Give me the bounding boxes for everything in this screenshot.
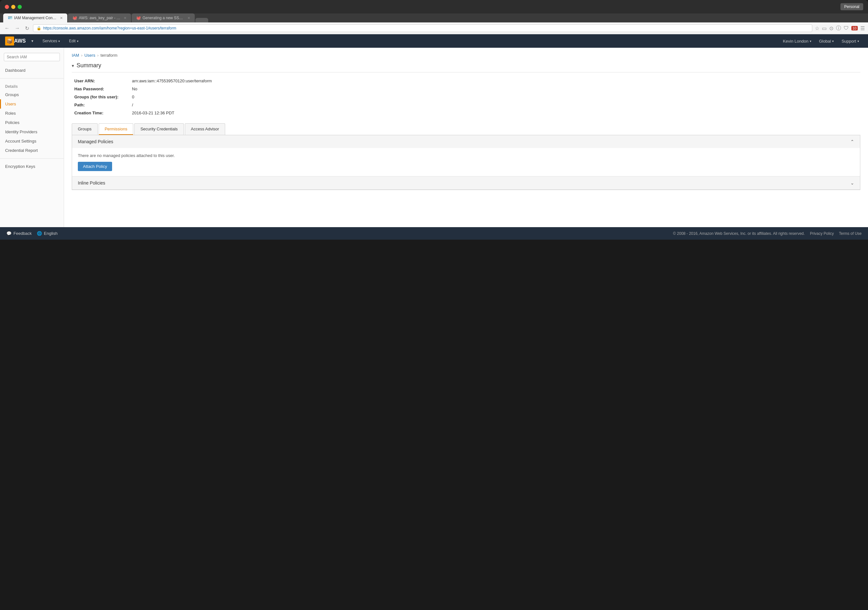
browser-tab-terraform[interactable]: 🐙 AWS: aws_key_pair - Terra… ✕	[68, 14, 131, 22]
toolbar-icons: ☆ ▭ ⊙ ⓘ 🛡 10 ☰	[815, 25, 865, 32]
sidebar: Dashboard Details Groups Users Roles Pol…	[0, 48, 64, 227]
sidebar-section-details: Details	[0, 82, 64, 90]
browser-tab-empty[interactable]	[195, 18, 208, 22]
managed-policies-title: Managed Policies	[78, 139, 113, 144]
ssh-favicon: 🐙	[136, 16, 141, 20]
footer: 💬 Feedback 🌐 English © 2008 - 2016, Amaz…	[0, 227, 868, 240]
https-lock-icon: 🔒	[37, 26, 41, 30]
summary-label-groups: Groups (for this user):	[72, 93, 129, 101]
services-caret: ▾	[58, 39, 60, 43]
summary-row-password: Has Password: No	[72, 85, 860, 93]
browser-tab-iam[interactable]: 🪪 IAM Management Console ✕	[3, 14, 67, 22]
feedback-label: Feedback	[14, 231, 32, 236]
summary-label-arn: User ARN:	[72, 77, 129, 85]
sidebar-item-policies[interactable]: Policies	[0, 118, 64, 127]
footer-right: © 2008 - 2016, Amazon Web Services, Inc.…	[673, 231, 862, 236]
nav-support[interactable]: Support ▾	[838, 34, 863, 48]
search-input[interactable]	[4, 53, 60, 61]
browser-tab-ssh[interactable]: 🐙 Generating a new SSH ke… ✕	[132, 14, 195, 22]
aws-account-dropdown[interactable]: ▾	[27, 34, 38, 48]
tab-access-advisor[interactable]: Access Advisor	[185, 123, 225, 135]
summary-table: User ARN: arn:aws:iam::475539570120:user…	[72, 77, 860, 117]
content-area: IAM › Users › terraform ▾ Summary User A…	[64, 48, 868, 227]
aws-nav: 📦 AWS ▾ Services ▾ Edit ▾ Kevin London ▾…	[0, 34, 868, 48]
managed-policies-toggle[interactable]: ⌃	[850, 139, 854, 144]
summary-value-creation: 2016-03-21 12:36 PDT	[129, 109, 860, 117]
search-container	[4, 53, 60, 61]
sidebar-item-identity-providers[interactable]: Identity Providers	[0, 127, 64, 137]
language-icon: 🌐	[37, 231, 42, 236]
nav-edit[interactable]: Edit ▾	[64, 34, 83, 48]
traffic-lights[interactable]	[5, 5, 22, 9]
edit-caret: ▾	[77, 39, 79, 43]
terms-of-use-link[interactable]: Terms of Use	[839, 231, 862, 236]
close-button[interactable]	[5, 5, 9, 9]
sidebar-item-account-settings[interactable]: Account Settings	[0, 137, 64, 146]
privacy-policy-link[interactable]: Privacy Policy	[810, 231, 834, 236]
browser-tab-terraform-close[interactable]: ✕	[124, 16, 127, 20]
breadcrumb-iam[interactable]: IAM	[72, 53, 79, 57]
inline-policies-header[interactable]: Inline Policies ⌄	[72, 177, 860, 189]
address-bar[interactable]: 🔒 https://console.aws.amazon.com/iam/hom…	[33, 24, 812, 32]
bookmark-icon[interactable]: ☆	[815, 25, 819, 31]
sidebar-item-users[interactable]: Users	[0, 99, 64, 109]
summary-value-path: /	[129, 101, 860, 109]
attach-policy-button[interactable]: Attach Policy	[78, 162, 112, 171]
shield-icon[interactable]: 🛡	[844, 25, 849, 31]
summary-value-groups: 0	[129, 93, 860, 101]
summary-row-creation: Creation Time: 2016-03-21 12:36 PDT	[72, 109, 860, 117]
info-icon[interactable]: ⓘ	[836, 25, 841, 32]
tab-content-permissions: Managed Policies ⌃ There are no managed …	[72, 135, 860, 190]
browser-tabs-bar: 🪪 IAM Management Console ✕ 🐙 AWS: aws_ke…	[0, 14, 868, 22]
menu-icon[interactable]: ☰	[860, 25, 865, 31]
summary-title: Summary	[76, 62, 101, 69]
back-button[interactable]: ←	[3, 25, 11, 31]
tab-groups[interactable]: Groups	[72, 123, 98, 135]
tabs: Groups Permissions Security Credentials …	[72, 123, 860, 135]
main-container: Dashboard Details Groups Users Roles Pol…	[0, 48, 868, 227]
extension-icon[interactable]: 10	[851, 26, 858, 30]
summary-row-arn: User ARN: arn:aws:iam::475539570120:user…	[72, 77, 860, 85]
breadcrumb-users[interactable]: Users	[84, 53, 95, 57]
forward-button[interactable]: →	[14, 25, 21, 31]
sidebar-item-roles[interactable]: Roles	[0, 109, 64, 118]
tab-permissions[interactable]: Permissions	[99, 123, 133, 135]
feedback-icon: 💬	[6, 231, 12, 236]
summary-row-path: Path: /	[72, 101, 860, 109]
language-item[interactable]: 🌐 English	[37, 231, 58, 236]
browser-tab-iam-label: IAM Management Console	[14, 16, 57, 20]
sidebar-item-dashboard[interactable]: Dashboard	[0, 66, 64, 75]
tab-security-credentials[interactable]: Security Credentials	[134, 123, 183, 135]
browser-tab-iam-close[interactable]: ✕	[60, 16, 63, 20]
language-label: English	[44, 231, 58, 236]
inline-policies-section: Inline Policies ⌄	[72, 177, 860, 190]
sidebar-divider-1	[0, 78, 64, 79]
refresh-button[interactable]: ↻	[24, 25, 30, 31]
sidebar-item-credential-report[interactable]: Credential Report	[0, 146, 64, 155]
breadcrumb-current: terraform	[101, 53, 118, 57]
summary-label-creation: Creation Time:	[72, 109, 129, 117]
managed-policies-body: There are no managed policies attached t…	[72, 148, 860, 176]
sidebar-item-groups[interactable]: Groups	[0, 90, 64, 99]
no-policies-text: There are no managed policies attached t…	[78, 153, 854, 158]
summary-value-password: No	[129, 85, 860, 93]
minimize-button[interactable]	[11, 5, 16, 9]
cast-icon[interactable]: ▭	[822, 25, 827, 31]
aws-logo[interactable]: 📦	[5, 37, 14, 45]
managed-policies-header[interactable]: Managed Policies ⌃	[72, 135, 860, 148]
personal-button[interactable]: Personal	[840, 3, 863, 10]
summary-row-groups: Groups (for this user): 0	[72, 93, 860, 101]
nav-right: Kevin London ▾ Global ▾ Support ▾	[779, 34, 863, 48]
address-text: https://console.aws.amazon.com/iam/home?…	[43, 26, 176, 30]
feedback-item[interactable]: 💬 Feedback	[6, 231, 32, 236]
sidebar-item-encryption-keys[interactable]: Encryption Keys	[0, 162, 64, 171]
summary-toggle[interactable]: ▾	[72, 63, 74, 68]
aws-brand-text: AWS	[14, 38, 26, 44]
nav-region[interactable]: Global ▾	[815, 34, 838, 48]
nav-user[interactable]: Kevin London ▾	[779, 34, 815, 48]
inline-policies-toggle[interactable]: ⌄	[850, 180, 854, 186]
circle-icon[interactable]: ⊙	[829, 25, 833, 31]
browser-tab-ssh-close[interactable]: ✕	[188, 16, 190, 20]
maximize-button[interactable]	[18, 5, 22, 9]
nav-services[interactable]: Services ▾	[38, 34, 64, 48]
